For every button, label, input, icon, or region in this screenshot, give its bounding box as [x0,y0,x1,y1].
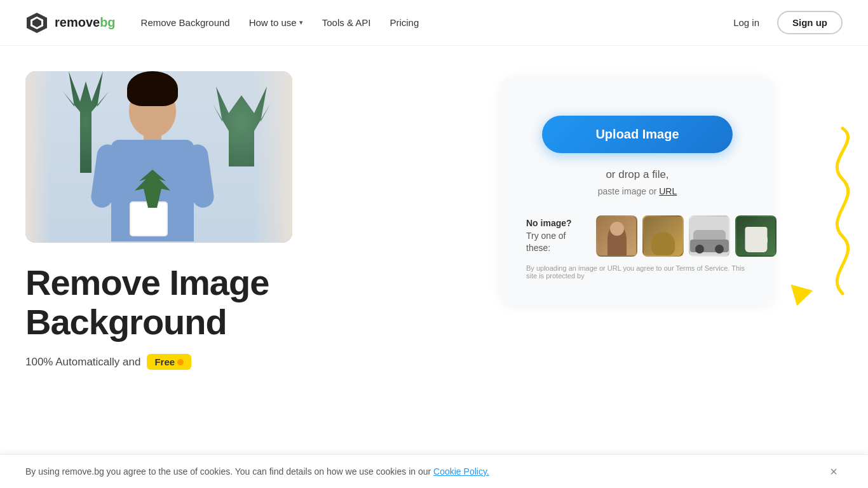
cookie-policy-link[interactable]: Cookie Policy. [433,466,489,477]
right-column: Upload Image or drop a file, paste image… [432,71,843,305]
nav-links: Remove Background How to use ▾ Tools & A… [141,17,419,28]
curtain-decoration-left [25,71,51,243]
sample-thumb-mug[interactable] [735,215,776,257]
nav-right: Log in Sign up [726,11,843,34]
sample-thumb-car[interactable] [689,215,730,257]
chevron-down-icon: ▾ [299,18,303,27]
paste-text: paste image or URL [598,186,677,196]
hero-image [25,71,292,243]
hero-text: Remove Image Background 100% Automatical… [25,263,432,370]
cookie-text: By using remove.bg you agree to the use … [25,466,489,477]
squiggle-decoration [760,122,862,300]
free-badge: Free [147,354,191,370]
upload-card: Upload Image or drop a file, paste image… [501,78,774,305]
hero-title: Remove Image Background [25,263,432,341]
main-content: Remove Image Background 100% Automatical… [0,46,868,488]
hero-subtitle: 100% Automatically and Free [25,354,432,370]
paste-url-link[interactable]: URL [659,186,677,196]
free-badge-dot [177,359,184,365]
hero-image-inner [25,71,292,243]
cookie-banner: By using remove.bg you agree to the use … [0,454,868,488]
signup-button[interactable]: Sign up [777,11,843,34]
logo-icon [25,11,48,34]
sample-thumb-cat[interactable] [642,215,684,257]
sample-thumbnails [596,215,776,257]
login-button[interactable]: Log in [726,12,767,33]
nav-remove-background[interactable]: Remove Background [141,17,230,28]
drop-file-text: or drop a file, [606,168,668,181]
sample-thumb-person[interactable] [596,215,637,257]
cookie-close-button[interactable]: × [825,465,843,478]
nav-how-to-use[interactable]: How to use ▾ [249,17,303,28]
person-hair [127,71,178,106]
notice-text: By uploading an image or URL you agree t… [526,264,749,280]
sample-images-row: No image? Try one of these: [526,215,749,257]
logo-text: removebg [55,15,116,30]
nav-tools-api[interactable]: Tools & API [322,17,371,28]
curtain-decoration-right [254,71,292,243]
person-figure [89,71,216,243]
upload-image-button[interactable]: Upload Image [542,116,733,153]
logo[interactable]: removebg [25,11,116,34]
left-column: Remove Image Background 100% Automatical… [25,71,432,370]
nav-left: removebg Remove Background How to use ▾ … [25,11,419,34]
triangle-decoration [786,285,813,309]
nav-pricing[interactable]: Pricing [390,17,419,28]
navbar: removebg Remove Background How to use ▾ … [0,0,868,46]
no-image-label: No image? Try one of these: [526,217,583,255]
